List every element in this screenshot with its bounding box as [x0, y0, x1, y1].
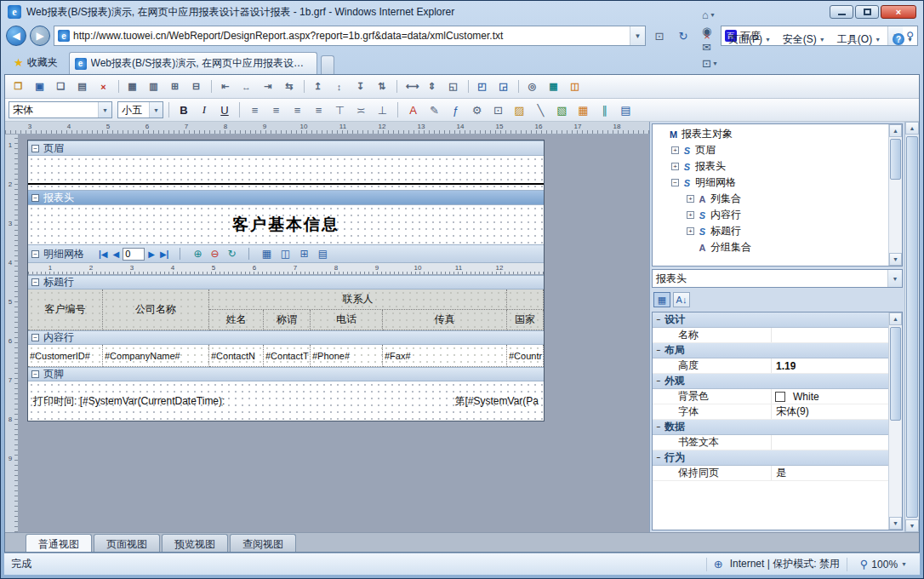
band-report-header[interactable]: 报表头: [28, 190, 544, 205]
expander-icon[interactable]: −: [671, 179, 679, 186]
address-dropdown-button[interactable]: ▼: [630, 26, 645, 45]
collapse-icon[interactable]: [31, 278, 39, 286]
property-section-appearance[interactable]: − 外观: [653, 374, 888, 389]
field-cell-fax[interactable]: #Fax#: [383, 345, 507, 367]
align-right-edges-icon[interactable]: ⇥: [258, 77, 277, 95]
object-selector-combo[interactable]: 报表头 ▼: [652, 269, 903, 288]
collapse-icon[interactable]: [31, 194, 39, 202]
report-header-area[interactable]: 客户基本信息: [28, 205, 544, 244]
chart-wizard-icon[interactable]: ◫: [565, 77, 585, 95]
same-width-icon[interactable]: ⟷: [401, 77, 420, 95]
refresh-button[interactable]: ↻: [673, 26, 693, 46]
insert-row-icon[interactable]: ⊞: [165, 77, 185, 95]
add-record-icon[interactable]: ⊕: [190, 247, 205, 261]
page-menu-button[interactable]: 页面(P)▼: [723, 30, 776, 49]
view-tab-page[interactable]: 页面视图: [94, 534, 160, 552]
format-align-right-icon[interactable]: ≡: [288, 101, 307, 119]
merge-grid-icon[interactable]: ◫: [277, 247, 293, 261]
scrollbar-thumb[interactable]: [890, 327, 901, 421]
bring-to-front-icon[interactable]: ◰: [472, 77, 492, 95]
header-cell-company-name[interactable]: 公司名称: [103, 290, 209, 330]
zoom-icon[interactable]: ◎: [522, 77, 542, 95]
field-cell-phone[interactable]: #Phone#: [311, 345, 383, 367]
categorized-view-button[interactable]: ▦: [653, 292, 670, 307]
tree-item-report-root[interactable]: M 报表主对象: [653, 126, 888, 142]
underline-button[interactable]: U: [215, 101, 234, 118]
barcode-icon[interactable]: ∥: [595, 101, 614, 119]
field-cell-contact-title[interactable]: #ContactT: [264, 345, 311, 367]
property-section-data[interactable]: − 数据: [653, 420, 888, 435]
next-record-button[interactable]: ▶: [146, 249, 157, 259]
collapse-icon[interactable]: [31, 250, 39, 258]
header-cell-clipped[interactable]: [507, 290, 544, 310]
header-cell-name[interactable]: 姓名: [209, 310, 264, 330]
copy-icon[interactable]: ❏: [51, 77, 71, 95]
select-columns-icon[interactable]: ▦: [259, 247, 274, 261]
first-record-button[interactable]: |◀: [97, 249, 110, 259]
field-cell-contact-name[interactable]: #ContactN: [209, 345, 264, 367]
image-icon[interactable]: ▧: [552, 101, 572, 119]
same-size-icon[interactable]: ◱: [443, 77, 463, 95]
band-page-footer[interactable]: 页脚: [28, 367, 544, 381]
chevron-down-icon[interactable]: ▼: [149, 102, 163, 118]
tree-item-detail-grid[interactable]: − S 明细网格: [653, 175, 888, 191]
print-time-text[interactable]: 打印时间: [#SystemVar(CurrentDateTime):: [33, 394, 225, 409]
address-field[interactable]: e ▼: [54, 26, 646, 46]
property-row-bookmark[interactable]: 书签文本: [653, 435, 888, 450]
tree-item-content-row[interactable]: + S 内容行: [653, 207, 888, 223]
border-grid-icon[interactable]: ⊞: [296, 247, 311, 261]
property-section-design[interactable]: − 设计: [653, 312, 888, 328]
property-row-font[interactable]: 字体 宋体(9): [653, 404, 888, 420]
compatibility-view-button[interactable]: ⊡: [649, 26, 670, 46]
print-button[interactable]: ⊡ ▼: [699, 55, 722, 72]
header-cell-country[interactable]: 国家: [507, 310, 544, 330]
refresh-records-icon[interactable]: ↻: [224, 247, 239, 261]
format-align-top-icon[interactable]: ⊤: [330, 101, 350, 119]
scroll-down-icon[interactable]: ▼: [889, 517, 902, 530]
chevron-down-icon[interactable]: ▼: [887, 270, 902, 287]
back-button[interactable]: ◀: [6, 26, 26, 46]
expander-icon[interactable]: +: [687, 195, 694, 203]
open-report-icon[interactable]: ❐: [9, 77, 28, 95]
format-align-left-icon[interactable]: ≡: [245, 101, 265, 119]
format-align-center-icon[interactable]: ≡: [266, 101, 286, 119]
record-number-input[interactable]: [123, 248, 145, 261]
tree-scrollbar[interactable]: ▲ ▼: [888, 124, 902, 266]
split-cells-icon[interactable]: ▥: [144, 77, 163, 95]
collapse-icon[interactable]: [31, 145, 39, 152]
browser-tab[interactable]: e Web报表(B/S报表)演示, 在网页中应用报表设计...: [69, 52, 317, 74]
collapse-icon[interactable]: [31, 370, 39, 378]
header-cell-fax[interactable]: 传真: [383, 310, 507, 330]
book-icon[interactable]: ▤: [616, 101, 636, 119]
scroll-up-icon[interactable]: ▲: [889, 124, 902, 137]
band-title-row[interactable]: 标题行: [28, 275, 544, 290]
page-header-area[interactable]: [28, 156, 544, 190]
page-header-rule-line[interactable]: [28, 183, 544, 185]
home-button[interactable]: ⌂ ▼: [699, 7, 722, 23]
page-number-text[interactable]: 第[#SystemVar(Pa: [455, 394, 539, 409]
scroll-down-icon[interactable]: ▼: [889, 253, 902, 266]
chart-icon[interactable]: ▦: [573, 101, 593, 119]
expander-icon[interactable]: +: [687, 211, 694, 219]
line-icon[interactable]: ╲: [531, 101, 550, 119]
feeds-button[interactable]: ◉ ▼: [699, 23, 722, 39]
band-detail-grid[interactable]: 明细网格 |◀ ◀ ▶ ▶| ⊕⊖↻: [28, 244, 544, 263]
field-cell-country[interactable]: #Countr: [507, 345, 544, 367]
tools-menu-button[interactable]: 工具(O)▼: [832, 30, 886, 49]
property-section-layout[interactable]: − 布局: [653, 343, 888, 358]
report-title-text[interactable]: 客户基本信息: [232, 214, 339, 236]
grid-setup-icon[interactable]: ▤: [315, 247, 330, 261]
space-down-icon[interactable]: ⇅: [372, 77, 391, 95]
expander-icon[interactable]: +: [671, 146, 679, 154]
header-cell-phone[interactable]: 电话: [311, 310, 383, 330]
space-across-icon[interactable]: ⇆: [279, 77, 299, 95]
property-row-name[interactable]: 名称: [653, 328, 888, 343]
prev-record-button[interactable]: ◀: [111, 249, 122, 259]
design-canvas[interactable]: 123456789 页眉 报表头: [5, 135, 649, 532]
font-family-select[interactable]: 宋体 ▼: [9, 101, 112, 118]
format-align-justify-icon[interactable]: ≡: [309, 101, 328, 119]
header-cell-contact-group[interactable]: 联系人: [209, 290, 507, 310]
same-height-icon[interactable]: ⇕: [422, 77, 442, 95]
gear-icon[interactable]: ⚙: [467, 101, 487, 119]
page-footer-area[interactable]: 打印时间: [#SystemVar(CurrentDateTime): 第[#S…: [28, 381, 544, 421]
